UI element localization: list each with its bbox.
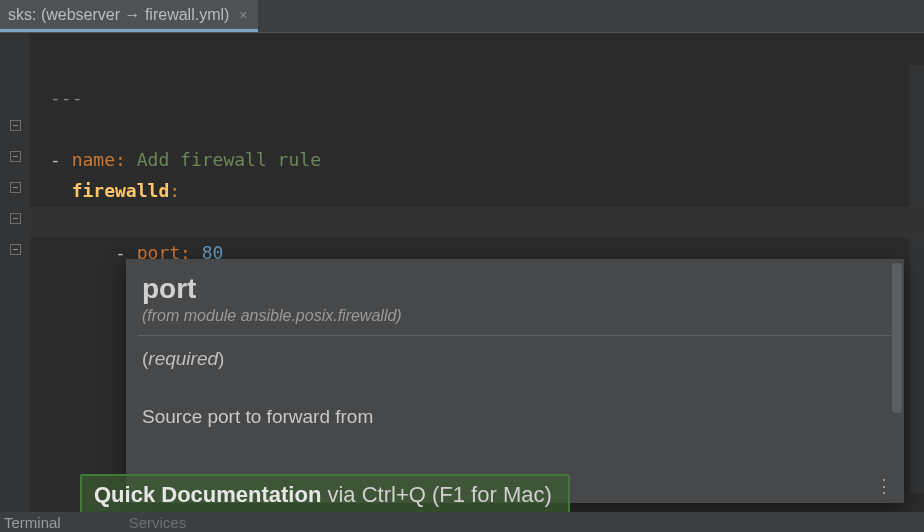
editor-tab[interactable]: sks: (webserver → firewall.yml) × [0, 0, 258, 32]
fold-toggle-icon[interactable] [10, 182, 21, 193]
tab-bar: sks: (webserver → firewall.yml) × [0, 0, 924, 33]
bottom-tool-bar: Terminal Services [0, 512, 924, 532]
editor-area: --- - name: Add firewall rule firewalld:… [0, 33, 924, 513]
doc-description: Source port to forward from [142, 406, 888, 428]
toolwindow-terminal[interactable]: Terminal [4, 514, 61, 531]
fold-toggle-icon[interactable] [10, 213, 21, 224]
doc-required-badge: (required) [142, 348, 888, 370]
yaml-dash: - [115, 242, 126, 263]
editor-right-gutter [910, 65, 924, 493]
hint-title: Quick Documentation [94, 482, 321, 507]
gutter [0, 33, 30, 513]
tab-title: sks: (webserver → firewall.yml) [8, 6, 229, 24]
doc-title: port [142, 273, 888, 305]
toolwindow-services[interactable]: Services [129, 514, 187, 531]
doc-module-origin: (from module ansible.posix.firewalld) [142, 307, 888, 335]
scrollbar-thumb[interactable] [892, 263, 902, 413]
current-line-highlight [30, 207, 924, 238]
yaml-key-name: name [72, 149, 115, 170]
documentation-popup: port (from module ansible.posix.firewall… [126, 259, 904, 503]
close-icon[interactable]: × [239, 7, 247, 23]
yaml-module-firewalld: firewalld [72, 180, 170, 201]
more-actions-icon[interactable]: ⋮ [875, 475, 894, 497]
divider [138, 335, 892, 336]
fold-toggle-icon[interactable] [10, 120, 21, 131]
yaml-dash: - [50, 149, 61, 170]
yaml-doc-start: --- [50, 87, 83, 108]
fold-toggle-icon[interactable] [10, 244, 21, 255]
hint-rest: via Ctrl+Q (F1 for Mac) [321, 482, 551, 507]
yaml-value: Add firewall rule [137, 149, 321, 170]
fold-toggle-icon[interactable] [10, 151, 21, 162]
